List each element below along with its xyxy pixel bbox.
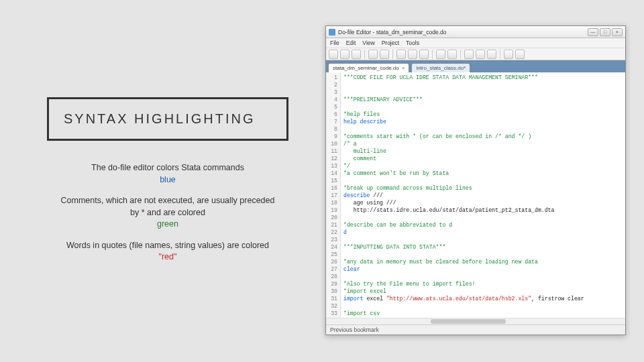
toolbar-save-icon[interactable]	[352, 50, 361, 59]
window-titlebar[interactable]: Do-file Editor - stata_dm_seminar_code.d…	[326, 26, 625, 38]
dofile-editor-window: Do-file Editor - stata_dm_seminar_code.d…	[325, 25, 626, 335]
toolbar-separator	[364, 50, 365, 59]
toolbar-run-icon[interactable]	[504, 50, 513, 59]
slide-title: SYNTAX HIGHLIGHTING	[64, 111, 272, 127]
blue-word: blue	[160, 175, 176, 184]
slide-left-panel: SYNTAX HIGHLIGHTING The do-file editor c…	[47, 97, 288, 273]
toolbar-separator	[500, 50, 500, 59]
toolbar-copy-icon[interactable]	[408, 50, 417, 59]
minimize-button[interactable]: —	[588, 28, 598, 36]
menu-tools[interactable]: Tools	[406, 40, 419, 46]
toolbar-separator	[392, 50, 393, 59]
toolbar-open-icon[interactable]	[340, 50, 350, 59]
slide-description: The do-file editor colors Stata commands…	[47, 162, 288, 263]
desc-blue: The do-file editor colors Stata commands…	[60, 162, 275, 186]
toolbar	[326, 48, 625, 60]
menu-view[interactable]: View	[362, 40, 374, 46]
toolbar-undo-icon[interactable]	[436, 50, 445, 59]
toolbar-cut-icon[interactable]	[396, 50, 406, 59]
green-word: green	[157, 219, 178, 229]
toolbar-separator	[460, 50, 461, 59]
tab-active[interactable]: stata_dm_seminar_code.do ×	[328, 63, 409, 72]
toolbar-print-icon[interactable]	[368, 50, 378, 59]
red-word: "red"	[159, 252, 177, 261]
toolbar-paste-icon[interactable]	[419, 50, 429, 59]
status-text: Previous bookmark	[330, 326, 379, 333]
horizontal-scrollbar[interactable]	[326, 318, 625, 324]
line-gutter: 1 2 3 4 5 6 7 8 9 10 11 12 13 14 15 16 1…	[326, 72, 341, 318]
close-button[interactable]: ×	[612, 28, 623, 36]
desc-green: Comments, which are not executed, are us…	[60, 195, 275, 231]
menu-edit[interactable]: Edit	[346, 40, 356, 46]
toolbar-redo-icon[interactable]	[447, 50, 457, 59]
desc-red: Words in quotes (file names, string valu…	[60, 240, 275, 263]
toolbar-separator	[432, 50, 433, 59]
tab-label: stata_dm_seminar_code.do	[333, 65, 399, 71]
statusbar: Previous bookmark	[326, 324, 625, 335]
toolbar-do-icon[interactable]	[515, 50, 525, 59]
menu-project[interactable]: Project	[382, 40, 399, 46]
toolbar-new-icon[interactable]	[329, 50, 338, 59]
tab-inactive[interactable]: intro_stats_class.do*	[411, 63, 470, 72]
toolbar-bookmark-icon[interactable]	[487, 50, 496, 59]
menubar: File Edit View Project Tools	[326, 38, 625, 48]
tab-close-icon[interactable]: ×	[402, 65, 405, 71]
toolbar-indent-icon[interactable]	[464, 50, 474, 59]
code-content[interactable]: ***CODE FILE FOR UCLA IDRE STATA DATA MA…	[341, 72, 625, 318]
toolbar-find-icon[interactable]	[380, 50, 389, 59]
toolbar-outdent-icon[interactable]	[476, 50, 485, 59]
app-icon	[329, 29, 335, 36]
window-title: Do-file Editor - stata_dm_seminar_code.d…	[338, 29, 585, 36]
window-controls: — □ ×	[588, 28, 623, 36]
document-tabbar: stata_dm_seminar_code.do × intro_stats_c…	[326, 60, 625, 72]
menu-file[interactable]: File	[330, 40, 339, 46]
maximize-button[interactable]: □	[600, 28, 610, 36]
code-area[interactable]: 1 2 3 4 5 6 7 8 9 10 11 12 13 14 15 16 1…	[326, 72, 625, 318]
tab-label: intro_stats_class.do*	[416, 65, 466, 71]
scrollbar-thumb[interactable]	[431, 319, 506, 324]
title-box: SYNTAX HIGHLIGHTING	[47, 97, 288, 141]
